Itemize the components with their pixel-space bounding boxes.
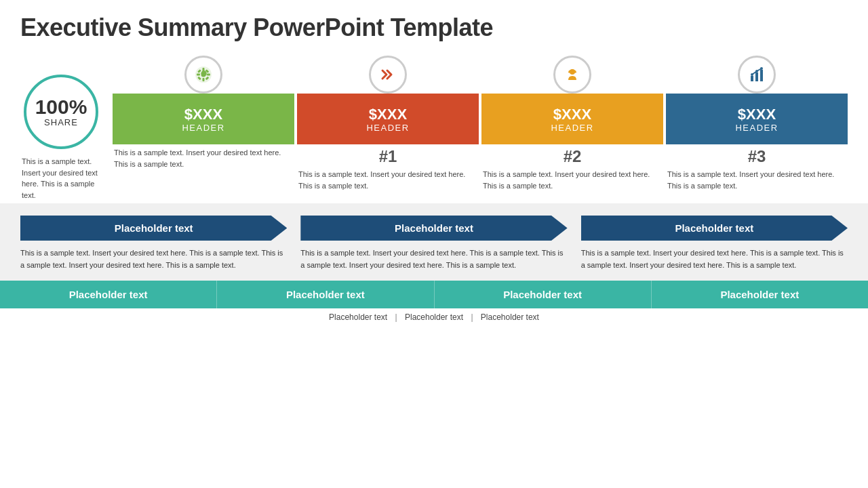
slide: Executive Summary PowerPoint Template 10… xyxy=(0,0,868,488)
mid-col-1: Placeholder text This is a sample text. … xyxy=(20,216,287,271)
card-4: $XXX HEADER #3 This is a sample text. In… xyxy=(666,75,848,194)
share-circle: 100% SHARE xyxy=(24,75,98,149)
card-1-description: This is a sample text. Insert your desir… xyxy=(113,144,294,172)
circle-description: This is a sample text. Insert your desir… xyxy=(20,153,102,203)
card-3-icon-circle xyxy=(553,56,591,94)
svg-point-15 xyxy=(751,73,753,76)
mid-desc-2: This is a sample text. Insert your desir… xyxy=(300,247,567,271)
mid-col-2: Placeholder text This is a sample text. … xyxy=(300,216,567,271)
card-3-rank: #2 xyxy=(481,147,663,166)
circle-percent: 100% xyxy=(35,97,87,117)
card-1-icon-circle xyxy=(184,56,222,94)
card-2-icon-circle xyxy=(369,56,407,94)
circle-section: 100% SHARE This is a sample text. Insert… xyxy=(20,54,102,203)
card-4-description: This is a sample text. Insert your desir… xyxy=(666,166,848,194)
person-icon xyxy=(563,65,582,84)
mid-col-3: Placeholder text This is a sample text. … xyxy=(581,216,848,271)
mid-desc-1: This is a sample text. Insert your desir… xyxy=(20,247,287,271)
top-area: 100% SHARE This is a sample text. Insert… xyxy=(20,54,848,203)
card-3-description: This is a sample text. Insert your desir… xyxy=(481,166,663,194)
card-1-header: HEADER xyxy=(182,123,224,133)
bottom-bar-section: Placeholder text Placeholder text Placeh… xyxy=(0,281,868,308)
svg-rect-12 xyxy=(751,76,753,81)
footer-link-3[interactable]: Placeholder text xyxy=(481,312,539,322)
svg-rect-4 xyxy=(197,74,200,76)
chart-icon xyxy=(747,65,766,84)
card-4-block: $XXX HEADER xyxy=(666,94,848,144)
svg-point-17 xyxy=(760,67,763,70)
page-title: Executive Summary PowerPoint Template xyxy=(20,14,848,42)
card-2-header: HEADER xyxy=(366,123,409,133)
card-3: $XXX HEADER #2 This is a sample text. In… xyxy=(481,75,663,194)
card-3-block: $XXX HEADER xyxy=(481,94,663,144)
card-2-block: $XXX HEADER xyxy=(297,94,479,144)
card-3-value: $XXX xyxy=(553,106,591,123)
card-1: $XXX HEADER This is a sample text. Inser… xyxy=(113,75,294,194)
svg-rect-11 xyxy=(568,72,576,73)
card-2: $XXX HEADER #1 This is a sample text. In… xyxy=(297,75,479,194)
circle-label: SHARE xyxy=(44,117,78,127)
card-3-header: HEADER xyxy=(551,123,593,133)
bottom-bar-3: Placeholder text xyxy=(435,281,652,308)
leaf-icon xyxy=(194,65,213,84)
svg-rect-3 xyxy=(203,78,205,81)
mid-section: Placeholder text This is a sample text. … xyxy=(0,203,868,281)
mid-banner-3: Placeholder text xyxy=(581,216,848,241)
svg-rect-13 xyxy=(755,73,758,81)
card-4-header: HEADER xyxy=(735,123,778,133)
card-4-value: $XXX xyxy=(738,106,776,123)
footer-links: Placeholder text | Placeholder text | Pl… xyxy=(20,308,848,325)
mid-banner-2: Placeholder text xyxy=(300,216,567,241)
card-2-description: This is a sample text. Insert your desir… xyxy=(297,166,479,194)
bottom-bar-4: Placeholder text xyxy=(652,281,868,308)
bottom-bar-2: Placeholder text xyxy=(217,281,434,308)
card-1-block: $XXX HEADER xyxy=(113,94,294,144)
footer-link-2[interactable]: Placeholder text xyxy=(405,312,463,322)
svg-rect-14 xyxy=(760,70,763,81)
mid-desc-3: This is a sample text. Insert your desir… xyxy=(581,247,848,271)
footer-link-1[interactable]: Placeholder text xyxy=(329,312,387,322)
bottom-bar-1: Placeholder text xyxy=(0,281,217,308)
svg-point-16 xyxy=(755,70,758,73)
card-4-icon-circle xyxy=(738,56,776,94)
mid-banner-1: Placeholder text xyxy=(20,216,287,241)
card-2-value: $XXX xyxy=(369,106,407,123)
arrows-icon xyxy=(378,65,397,84)
card-1-value: $XXX xyxy=(184,106,222,123)
svg-rect-5 xyxy=(207,74,210,76)
cards-area: $XXX HEADER This is a sample text. Inser… xyxy=(113,54,848,194)
card-2-rank: #1 xyxy=(297,147,479,166)
card-4-rank: #3 xyxy=(666,147,848,166)
